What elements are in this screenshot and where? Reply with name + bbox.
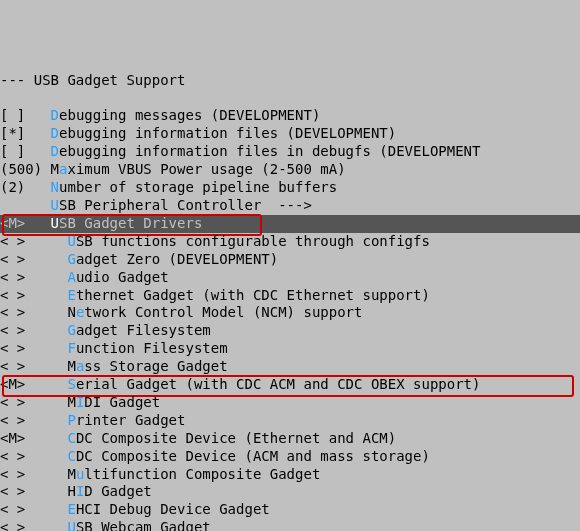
menu-item-label: twork Control Model (NCM) support xyxy=(84,304,362,320)
menu-item-label: ximum VBUS Power usage (2-500 mA) xyxy=(67,161,345,177)
menu-item[interactable]: <M> CDC Composite Device (Ethernet and A… xyxy=(0,430,580,448)
hotkey: E xyxy=(67,501,75,517)
menu-item-label: thernet Gadget (with CDC Ethernet suppor… xyxy=(76,287,430,303)
hotkey: D xyxy=(51,143,59,159)
menu-item-label: ebugging messages (DEVELOPMENT) xyxy=(59,107,320,123)
menu-item-label: ebugging information files in debugfs (D… xyxy=(59,143,480,159)
menu-item-label: SB Webcam Gadget xyxy=(76,519,211,531)
hotkey: P xyxy=(67,412,75,428)
menu-item[interactable]: <M> Serial Gadget (with CDC ACM and CDC … xyxy=(0,376,580,394)
hotkey: C xyxy=(67,448,75,464)
menu-item-label: DC Composite Device (ACM and mass storag… xyxy=(76,448,430,464)
menu-item-label: adget Zero (DEVELOPMENT) xyxy=(76,251,278,267)
menu-item-label: ss Storage Gadget xyxy=(84,358,227,374)
menu-item-label: ltifunction Composite Gadget xyxy=(84,466,320,482)
menu-item[interactable]: < > Multifunction Composite Gadget xyxy=(0,466,580,484)
menu-title: --- USB Gadget Support xyxy=(0,72,580,90)
menu-item-label: DI Gadget xyxy=(84,394,160,410)
menu-item-label: D Gadget xyxy=(84,483,151,499)
menu-item[interactable]: < > Gadget Filesystem xyxy=(0,322,580,340)
menu-item[interactable]: [*] Debugging information files (DEVELOP… xyxy=(0,125,580,143)
menu-item-label: DC Composite Device (Ethernet and ACM) xyxy=(76,430,396,446)
menu-item[interactable]: < > EHCI Debug Device Gadget xyxy=(0,501,580,519)
menu-item-label: erial Gadget (with CDC ACM and CDC OBEX … xyxy=(76,376,481,392)
menu-item[interactable]: [ ] Debugging information files in debug… xyxy=(0,143,580,161)
menu-item[interactable]: < > Mass Storage Gadget xyxy=(0,358,580,376)
menu-item[interactable]: < > Ethernet Gadget (with CDC Ethernet s… xyxy=(0,287,580,305)
menu-item[interactable]: (500) Maximum VBUS Power usage (2-500 mA… xyxy=(0,161,580,179)
menu-item-label: SB Peripheral Controller ---> xyxy=(59,197,312,213)
hotkey: G xyxy=(67,322,75,338)
menu-item-label: unction Filesystem xyxy=(76,340,228,356)
menu-item[interactable]: < > CDC Composite Device (ACM and mass s… xyxy=(0,448,580,466)
hotkey: U xyxy=(67,233,75,249)
menu-item-label: udio Gadget xyxy=(76,269,169,285)
menu-item[interactable]: < > Gadget Zero (DEVELOPMENT) xyxy=(0,251,580,269)
hotkey: F xyxy=(67,340,75,356)
menu-item-label: HCI Debug Device Gadget xyxy=(76,501,270,517)
hotkey: U xyxy=(67,519,75,531)
hotkey: G xyxy=(67,251,75,267)
hotkey: A xyxy=(67,269,75,285)
menu-item[interactable]: < > HID Gadget xyxy=(0,483,580,501)
menu-item-label: adget Filesystem xyxy=(76,322,211,338)
hotkey: S xyxy=(67,376,75,392)
menu-item[interactable]: USB Peripheral Controller ---> xyxy=(0,197,580,215)
hotkey: U xyxy=(51,197,59,213)
menu-item-label: umber of storage pipeline buffers xyxy=(59,179,337,195)
hotkey: C xyxy=(67,430,75,446)
menu-item[interactable]: [ ] Debugging messages (DEVELOPMENT) xyxy=(0,107,580,125)
hotkey: E xyxy=(67,287,75,303)
hotkey: N xyxy=(51,179,59,195)
menu-item[interactable]: < > Function Filesystem xyxy=(0,340,580,358)
menu-item[interactable]: < > Network Control Model (NCM) support xyxy=(0,304,580,322)
menu-item[interactable]: < > Printer Gadget xyxy=(0,412,580,430)
menu-item[interactable]: <M> USB Gadget Drivers xyxy=(0,215,580,233)
menu-item[interactable]: < > MIDI Gadget xyxy=(0,394,580,412)
menu-item[interactable]: < > Audio Gadget xyxy=(0,269,580,287)
menu-item-label: ebugging information files (DEVELOPMENT) xyxy=(59,125,396,141)
menu-item[interactable]: < > USB Webcam Gadget xyxy=(0,519,580,531)
menu-item[interactable]: < > USB functions configurable through c… xyxy=(0,233,580,251)
hotkey: D xyxy=(51,125,59,141)
menu-item-label: SB Gadget Drivers xyxy=(59,215,202,231)
hotkey: D xyxy=(51,107,59,123)
menu-item[interactable]: (2) Number of storage pipeline buffers xyxy=(0,179,580,197)
menu-item-label: rinter Gadget xyxy=(76,412,186,428)
menu-item-label: SB functions configurable through config… xyxy=(76,233,430,249)
hotkey: U xyxy=(51,215,59,231)
